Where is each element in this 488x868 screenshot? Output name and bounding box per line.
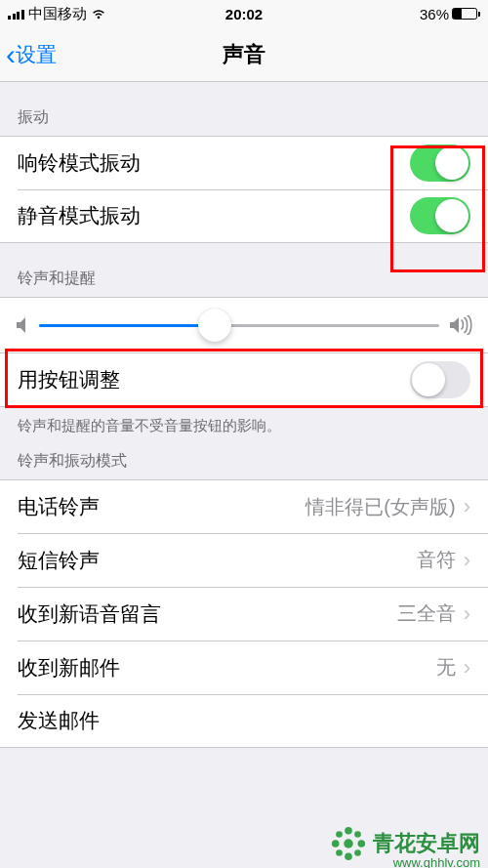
- silent-vibrate-label: 静音模式振动: [18, 202, 410, 229]
- sent-mail-row[interactable]: 发送邮件: [0, 694, 488, 748]
- text-tone-label: 短信铃声: [18, 547, 417, 574]
- text-tone-row[interactable]: 短信铃声 音符 ›: [0, 533, 488, 587]
- volume-low-icon: [16, 316, 29, 334]
- voicemail-row[interactable]: 收到新语音留言 三全音 ›: [0, 587, 488, 641]
- ring-vibrate-switch[interactable]: [410, 145, 470, 182]
- watermark: 青花安卓网 www.qhhlv.com: [330, 825, 480, 862]
- svg-point-5: [336, 831, 343, 838]
- svg-point-8: [354, 849, 361, 856]
- change-with-buttons-row: 用按钮调整: [0, 353, 488, 407]
- nav-bar: ‹ 设置 声音: [0, 27, 488, 82]
- chevron-right-icon: ›: [464, 655, 470, 681]
- silent-vibrate-row: 静音模式振动: [0, 189, 488, 243]
- svg-point-6: [354, 831, 361, 838]
- status-bar: 中国移动 20:02 36%: [0, 0, 488, 27]
- back-button[interactable]: ‹ 设置: [0, 40, 57, 69]
- new-mail-label: 收到新邮件: [18, 654, 436, 682]
- ringtone-row[interactable]: 电话铃声 情非得已(女声版) ›: [0, 479, 488, 533]
- ring-vibrate-row: 响铃模式振动: [0, 136, 488, 189]
- volume-slider[interactable]: [39, 324, 439, 327]
- signal-icon: [8, 8, 24, 20]
- battery-percent: 36%: [420, 6, 449, 22]
- chevron-right-icon: ›: [464, 601, 470, 627]
- watermark-logo-icon: [330, 825, 367, 862]
- svg-point-4: [358, 840, 366, 847]
- voicemail-value: 三全音: [397, 600, 456, 627]
- svg-point-0: [344, 839, 353, 848]
- change-with-buttons-label: 用按钮调整: [18, 366, 410, 393]
- change-with-buttons-switch[interactable]: [410, 361, 470, 398]
- text-tone-value: 音符: [417, 547, 456, 573]
- volume-high-icon: [449, 315, 472, 335]
- new-mail-value: 无: [436, 654, 456, 681]
- wifi-icon: [91, 8, 106, 20]
- svg-point-2: [345, 853, 352, 861]
- status-left: 中国移动: [8, 5, 106, 23]
- section-header-vibration: 振动: [0, 82, 488, 136]
- section-header-ringer: 铃声和提醒: [0, 243, 488, 297]
- watermark-text: 青花安卓网: [373, 831, 480, 855]
- ring-vibrate-label: 响铃模式振动: [18, 149, 410, 177]
- watermark-url: www.qhhlv.com: [393, 855, 480, 868]
- voicemail-label: 收到新语音留言: [18, 600, 397, 628]
- page-title: 声音: [223, 40, 265, 69]
- patterns-group: 电话铃声 情非得已(女声版) › 短信铃声 音符 › 收到新语音留言 三全音 ›…: [0, 479, 488, 748]
- svg-point-7: [336, 849, 343, 856]
- carrier-label: 中国移动: [28, 5, 87, 23]
- ringtone-label: 电话铃声: [18, 493, 305, 520]
- slider-thumb[interactable]: [198, 309, 231, 342]
- sent-mail-label: 发送邮件: [18, 707, 470, 734]
- chevron-left-icon: ‹: [6, 40, 16, 69]
- silent-vibrate-switch[interactable]: [410, 197, 470, 234]
- chevron-right-icon: ›: [464, 494, 470, 519]
- ringtone-value: 情非得已(女声版): [305, 494, 455, 520]
- vibration-group: 响铃模式振动 静音模式振动: [0, 136, 488, 243]
- new-mail-row[interactable]: 收到新邮件 无 ›: [0, 641, 488, 694]
- svg-point-1: [345, 827, 352, 835]
- section-header-patterns: 铃声和振动模式: [0, 441, 488, 479]
- back-label: 设置: [16, 41, 57, 68]
- svg-point-3: [332, 840, 340, 847]
- battery-icon: [452, 8, 480, 20]
- status-right: 36%: [420, 6, 480, 22]
- volume-slider-row: [0, 297, 488, 353]
- ringer-footer-note: 铃声和提醒的音量不受音量按钮的影响。: [0, 407, 488, 441]
- status-time: 20:02: [225, 6, 263, 22]
- chevron-right-icon: ›: [464, 548, 470, 573]
